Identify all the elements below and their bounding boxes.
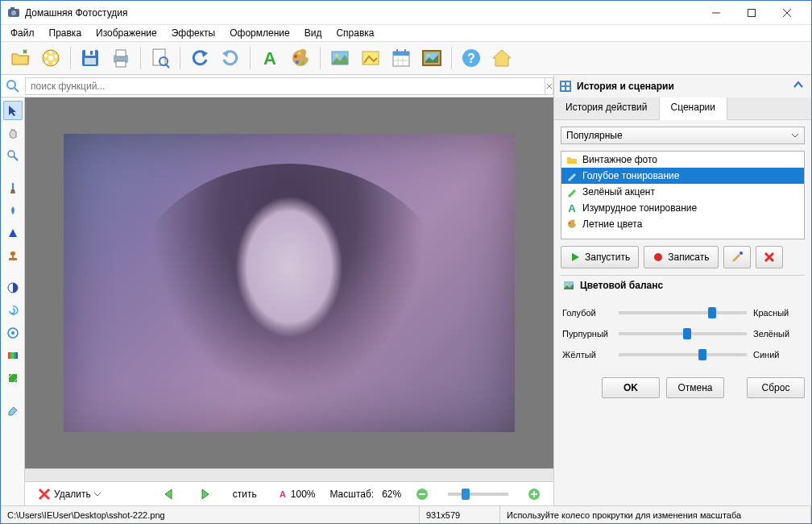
svg-point-28 [298, 52, 301, 55]
close-button[interactable] [769, 2, 805, 24]
film-icon[interactable] [36, 44, 65, 73]
record-button[interactable]: Записать [644, 246, 718, 268]
eraser-tool-icon[interactable] [3, 401, 23, 420]
svg-rect-47 [561, 82, 565, 85]
slider-red[interactable] [619, 306, 747, 319]
search-dropdown-icon[interactable] [545, 77, 553, 95]
gradient-tool-icon[interactable] [3, 346, 23, 365]
menu-image[interactable]: Изображение [89, 26, 164, 40]
svg-point-44 [7, 81, 15, 89]
svg-rect-48 [566, 82, 570, 85]
palette-icon [566, 218, 578, 230]
swirl-tool-icon[interactable] [3, 301, 23, 320]
tab-scenarios[interactable]: Сценарии [660, 98, 727, 120]
save-icon[interactable] [76, 44, 105, 73]
prev-button[interactable] [155, 484, 183, 504]
zoom-in-button[interactable] [521, 485, 547, 503]
balance-icon [562, 279, 575, 292]
folder-icon [566, 154, 578, 165]
a-green-icon: A [566, 202, 578, 214]
horizontal-scrollbar[interactable] [25, 468, 553, 481]
contrast-tool-icon[interactable] [3, 278, 23, 297]
svg-point-71 [569, 222, 570, 224]
run-button[interactable]: Запустить [561, 246, 639, 268]
svg-rect-4 [748, 9, 756, 16]
delete-button[interactable]: Удалить [31, 485, 107, 503]
target-tool-icon[interactable] [3, 323, 23, 343]
category-combo[interactable]: Популярные [561, 127, 805, 144]
menu-effects[interactable]: Эффекты [165, 26, 222, 40]
minimize-button[interactable] [698, 2, 734, 24]
svg-text:A: A [568, 202, 576, 214]
ok-button[interactable]: OK [602, 377, 660, 398]
cone-tool-icon[interactable] [3, 223, 23, 243]
undo-icon[interactable] [185, 44, 214, 73]
calendar-icon[interactable] [387, 44, 416, 73]
fit-button[interactable]: стить [226, 486, 263, 502]
arrow-tool-icon[interactable] [3, 101, 23, 120]
text-icon[interactable]: A [255, 44, 284, 73]
tab-history[interactable]: История действий [554, 98, 660, 119]
canvas-viewport[interactable] [25, 98, 553, 468]
print-icon[interactable] [106, 44, 135, 73]
image-icon[interactable] [325, 44, 354, 73]
reset-button[interactable]: Сброс [747, 377, 805, 398]
delete-scenario-button[interactable] [756, 246, 783, 268]
arrow-right-icon [197, 487, 212, 501]
scenario-item[interactable]: Зелёный акцент [561, 184, 804, 200]
zoom-out-button[interactable] [409, 485, 435, 503]
scenario-item[interactable]: Летние цвета [561, 216, 804, 232]
search-input[interactable] [25, 77, 545, 95]
cancel-button[interactable]: Отмена [666, 377, 724, 398]
scenario-list[interactable]: Винтажное фото Голубое тонирование Зелён… [561, 151, 805, 239]
home-icon[interactable] [487, 44, 516, 73]
scenario-item[interactable]: Винтажное фото [561, 152, 804, 168]
svg-point-51 [8, 151, 14, 157]
panel-header: История и сценарии [553, 75, 811, 98]
svg-rect-38 [404, 49, 406, 53]
menu-design[interactable]: Оформление [223, 26, 296, 40]
crop-tool-icon[interactable] [3, 368, 23, 388]
chevron-down-icon [94, 491, 101, 497]
delete-icon [38, 488, 51, 501]
chevron-down-icon [791, 131, 799, 139]
svg-text:A: A [263, 48, 276, 69]
morph-icon[interactable] [356, 44, 385, 73]
frame-icon[interactable] [417, 44, 446, 73]
open-icon[interactable] [6, 44, 35, 73]
scale-100-button[interactable]: A 100% [271, 486, 322, 502]
slider-blue[interactable] [619, 348, 747, 361]
brush-tool-icon[interactable] [3, 178, 23, 198]
svg-rect-17 [85, 58, 96, 64]
x-icon [763, 251, 776, 264]
svg-rect-54 [10, 252, 15, 256]
scenario-item[interactable]: A Изумрудное тонирование [561, 200, 804, 216]
palette-icon[interactable] [286, 44, 315, 73]
balance-section-header: Цветовой баланс [561, 275, 805, 295]
next-button[interactable] [191, 484, 218, 504]
stamp-tool-icon[interactable] [3, 246, 23, 265]
zoom-slider[interactable] [448, 493, 508, 496]
edit-scenario-button[interactable] [723, 246, 751, 268]
preview-icon[interactable] [146, 44, 175, 73]
svg-rect-20 [116, 61, 126, 67]
zoom-tool-icon[interactable] [3, 146, 23, 165]
svg-point-13 [44, 54, 48, 57]
menu-file[interactable]: Файл [4, 26, 41, 40]
menu-view[interactable]: Вид [298, 26, 329, 40]
maximize-button[interactable] [734, 2, 769, 24]
svg-rect-50 [566, 87, 570, 90]
photo-image [64, 134, 515, 432]
menu-edit[interactable]: Правка [43, 26, 89, 40]
hand-tool-icon[interactable] [3, 123, 23, 143]
fill-tool-icon[interactable] [3, 201, 23, 220]
slider-green[interactable] [619, 327, 747, 340]
collapse-icon[interactable] [793, 80, 806, 93]
help-icon[interactable]: ? [457, 44, 486, 73]
canvas-area: Удалить стить A 100% Масштаб: 62% [25, 98, 553, 505]
status-size: 931x579 [420, 506, 500, 523]
svg-rect-33 [393, 52, 409, 56]
redo-icon[interactable] [216, 44, 245, 73]
scenario-item-selected[interactable]: Голубое тонирование [561, 168, 804, 184]
menu-help[interactable]: Справка [329, 26, 380, 40]
